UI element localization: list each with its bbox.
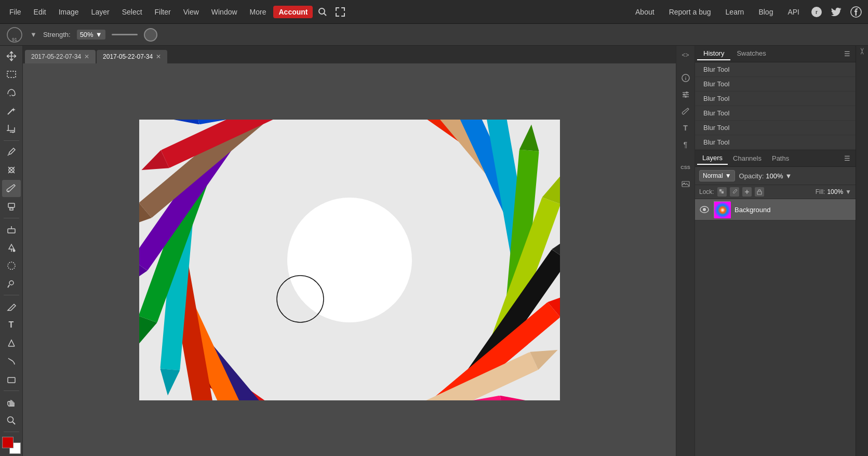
svg-rect-110 [722, 191, 724, 193]
history-item-5[interactable]: Blur Tool [695, 121, 856, 135]
menu-about[interactable]: About [630, 6, 660, 18]
svg-line-23 [12, 422, 15, 424]
history-panel-menu[interactable]: ☰ [841, 48, 853, 60]
color-swatches[interactable] [2, 437, 21, 454]
swatches-tab[interactable]: Swatches [730, 47, 772, 60]
smudge-tool[interactable] [2, 353, 21, 370]
history-tab[interactable]: History [697, 47, 730, 60]
eyedropper-tool[interactable] [2, 144, 21, 161]
menu-window[interactable]: Window [206, 6, 243, 18]
svg-rect-112 [722, 189, 724, 191]
tab-1-close[interactable]: ✕ [84, 53, 89, 60]
foreground-color-swatch[interactable] [2, 437, 14, 448]
layers-panel-menu[interactable]: ☰ [841, 152, 853, 165]
right-panel-collapse[interactable]: >< [856, 46, 868, 456]
lock-position[interactable] [742, 187, 752, 197]
image-panel-icon[interactable] [678, 177, 693, 191]
menu-bar: File Edit Image Layer Select Filter View… [0, 0, 868, 24]
menu-edit[interactable]: Edit [29, 6, 51, 18]
layers-section: Layers Channels Paths ☰ Normal ▼ Opa [695, 150, 856, 456]
svg-rect-21 [8, 377, 15, 383]
history-item-6[interactable]: Blur Tool [695, 135, 856, 150]
lasso-tool[interactable] [2, 84, 21, 101]
stamp-tool[interactable] [2, 198, 21, 215]
menu-blog[interactable]: Blog [753, 6, 778, 18]
menu-api[interactable]: API [782, 6, 805, 18]
css-panel-icon[interactable]: CSS [678, 160, 693, 175]
menu-file[interactable]: File [4, 6, 26, 18]
menu-select[interactable]: Select [117, 6, 148, 18]
history-item-1[interactable]: Blur Tool [695, 62, 856, 77]
opacity-dropdown-arrow[interactable]: ▼ [785, 172, 792, 180]
text-panel-icon[interactable]: T [678, 121, 693, 135]
toolbar-divider-1 [4, 140, 19, 141]
fill-section: Fill: 100% ▼ [816, 188, 851, 196]
opacity-value[interactable]: 100% [766, 172, 783, 180]
menu-report-bug[interactable]: Report a bug [664, 6, 716, 18]
blend-mode-dropdown[interactable]: Normal ▼ [699, 170, 735, 181]
history-item-3[interactable]: Blur Tool [695, 92, 856, 106]
blur-tool[interactable] [2, 257, 21, 275]
menu-filter[interactable]: Filter [150, 6, 176, 18]
zoom-tool[interactable] [2, 412, 21, 429]
history-item-2[interactable]: Blur Tool [695, 77, 856, 92]
levels-panel-icon[interactable] [678, 87, 693, 102]
tabs-bar: 2017-05-22-07-34 ✕ 2017-05-22-07-34 ✕ [23, 46, 676, 63]
layer-background[interactable]: Background [695, 199, 856, 220]
hand-tool[interactable] [2, 394, 21, 411]
facebook-icon[interactable] [848, 4, 864, 20]
strength-dropdown[interactable]: 50% ▼ [77, 30, 105, 40]
eraser-tool[interactable] [2, 221, 21, 238]
menu-image[interactable]: Image [54, 6, 84, 18]
marquee-tool[interactable] [2, 66, 21, 83]
brush-options-dropdown[interactable]: ▼ [30, 31, 37, 38]
brush-preview-round[interactable] [144, 28, 157, 42]
brush-tool[interactable] [2, 180, 21, 197]
fill-tool[interactable] [2, 239, 21, 256]
opacity-section: Opacity: 100% ▼ [739, 172, 792, 180]
info-panel-icon[interactable]: i [678, 71, 693, 85]
lock-transparency[interactable] [717, 187, 727, 197]
fill-dropdown-arrow[interactable]: ▼ [845, 188, 851, 196]
fill-label: Fill: [816, 188, 825, 196]
canvas-viewport[interactable] [23, 63, 676, 456]
layers-tab[interactable]: Layers [697, 152, 728, 165]
menu-view[interactable]: View [178, 6, 204, 18]
twitter-icon[interactable] [829, 4, 844, 20]
move-tool[interactable] [2, 48, 21, 65]
svg-rect-114 [757, 191, 762, 194]
paths-tab[interactable]: Paths [767, 152, 794, 164]
pen-tool[interactable] [2, 298, 21, 315]
heal-tool[interactable] [2, 162, 21, 179]
shape-tool[interactable] [2, 371, 21, 388]
text-tool[interactable]: T [2, 316, 21, 333]
canvas-area: 2017-05-22-07-34 ✕ 2017-05-22-07-34 ✕ [23, 46, 676, 456]
paragraph-panel-icon[interactable]: ¶ [678, 137, 693, 152]
options-bar: 91 ▼ Strength: 50% ▼ [0, 24, 868, 46]
tab-2-close[interactable]: ✕ [156, 53, 161, 60]
brush-panel-icon[interactable] [678, 104, 693, 119]
search-icon[interactable] [315, 4, 330, 20]
history-item-4[interactable]: Blur Tool [695, 106, 856, 121]
menu-more[interactable]: More [245, 6, 272, 18]
channels-tab[interactable]: Channels [728, 152, 767, 164]
menu-learn[interactable]: Learn [720, 6, 750, 18]
reddit-icon[interactable]: r [809, 4, 824, 20]
panel-collapse-left[interactable]: <> [678, 48, 693, 62]
main-area: T [0, 46, 868, 456]
crop-tool[interactable] [2, 121, 21, 138]
strength-dropdown-arrow: ▼ [96, 31, 102, 38]
menu-layer[interactable]: Layer [86, 6, 115, 18]
dodge-tool[interactable] [2, 275, 21, 292]
tab-1[interactable]: 2017-05-22-07-34 ✕ [25, 50, 96, 63]
fullscreen-icon[interactable] [332, 4, 348, 20]
menu-account[interactable]: Account [273, 6, 313, 18]
fill-value[interactable]: 100% [827, 188, 843, 196]
magic-wand-tool[interactable] [2, 102, 21, 120]
tab-2[interactable]: 2017-05-22-07-34 ✕ [97, 50, 167, 63]
layer-visibility-toggle[interactable] [699, 204, 710, 215]
lock-paint[interactable] [730, 187, 739, 197]
brush-size-indicator[interactable]: 91 [5, 25, 24, 44]
path-tool[interactable] [2, 334, 21, 351]
lock-all[interactable] [755, 187, 764, 197]
